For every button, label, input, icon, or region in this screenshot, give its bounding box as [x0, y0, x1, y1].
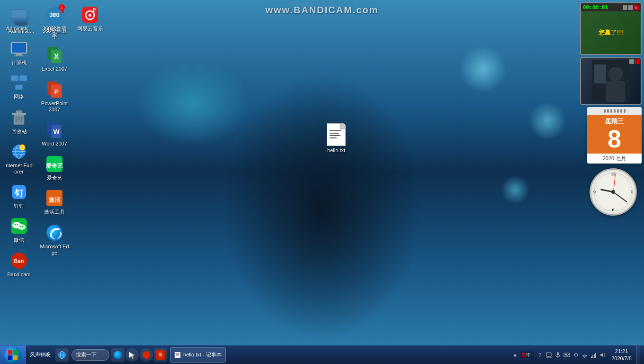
- taskbar-edge-icon[interactable]: [111, 348, 125, 362]
- icon-col-2: 360 1 360软件管家 X Excel 2007: [38, 2, 71, 282]
- show-desktop-button[interactable]: [636, 346, 640, 364]
- taskbar-pointer-icon[interactable]: [125, 348, 139, 362]
- svg-rect-83: [557, 352, 559, 355]
- svg-rect-69: [13, 355, 18, 360]
- icon-wechat-label: 微信: [14, 237, 24, 243]
- sogou-dot: ·: [531, 352, 533, 357]
- tray-mic-icon[interactable]: [554, 351, 562, 359]
- tray-show-hidden[interactable]: ▲: [512, 352, 519, 357]
- bandicam-minimize[interactable]: [623, 5, 627, 10]
- txt-file-icon: [327, 123, 346, 146]
- calendar-spiral: [587, 107, 642, 115]
- calendar-day-number: 8: [587, 127, 642, 154]
- svg-text:钉: 钉: [14, 188, 24, 198]
- svg-point-73: [114, 351, 122, 359]
- icon-administrator-label: Administr...: [6, 26, 32, 32]
- icon-360-manager[interactable]: 360 1 360软件管家: [38, 2, 71, 41]
- svg-rect-6: [11, 10, 27, 18]
- svg-point-38: [22, 226, 24, 228]
- icon-network[interactable]: 网络: [2, 71, 36, 103]
- icon-col-3: 网易云音乐: [73, 2, 107, 282]
- txt-file-label: hello.txt: [327, 147, 345, 154]
- svg-text:激活: 激活: [49, 197, 61, 203]
- camera-preview: [581, 58, 641, 104]
- icon-excel-2007[interactable]: X Excel 2007: [38, 43, 71, 75]
- icon-ppt-2007-label: PowerPoint 2007: [40, 100, 69, 113]
- tray-volume-icon[interactable]: [599, 351, 607, 359]
- tray-settings-icon[interactable]: ⚙: [572, 351, 580, 359]
- svg-text:360: 360: [49, 11, 60, 18]
- icon-recycle-bin[interactable]: 回收站: [2, 105, 36, 137]
- icon-computer-label: 计算机: [11, 60, 27, 66]
- svg-rect-87: [566, 354, 567, 355]
- svg-rect-88: [568, 354, 569, 355]
- desktop-file-hello-txt[interactable]: hello.txt: [327, 123, 346, 154]
- taskbar-time: 21:21: [615, 348, 628, 355]
- svg-rect-15: [15, 85, 23, 90]
- taskbar-quick-icons: S: [111, 348, 167, 362]
- bandicam-timer: 00:00:01: [583, 4, 608, 10]
- taskbar-input-display: 风声鹤唳: [28, 351, 53, 358]
- tray-keyboard-icon[interactable]: [563, 351, 571, 359]
- camera-btn-1[interactable]: [629, 59, 634, 64]
- desktop: www.BANDICAM.com Administr... 360 1: [0, 0, 644, 364]
- svg-point-34: [18, 224, 26, 230]
- tray-signal-icon[interactable]: [590, 351, 598, 359]
- taskbar-notepad-window[interactable]: hello.txt - 记事本: [170, 347, 226, 363]
- icon-netease-music-label: 网易云音乐: [77, 26, 103, 32]
- icon-bandicam-label: Bandicam: [8, 272, 31, 278]
- camera-close[interactable]: [635, 59, 640, 64]
- tray-notification-icon[interactable]: [545, 351, 553, 359]
- svg-rect-65: [606, 81, 625, 102]
- taskbar-quick-launch: 风声鹤唳: [26, 351, 54, 358]
- icon-activate[interactable]: 激活 激活工具: [38, 186, 71, 218]
- taskbar-record-icon[interactable]: [140, 348, 153, 362]
- sogou-ime[interactable]: S 中 ·: [520, 351, 534, 358]
- desktop-icon-columns: Administr... 计算机: [2, 2, 107, 282]
- start-button[interactable]: [0, 346, 26, 364]
- icon-computer[interactable]: 计算机: [2, 36, 36, 69]
- svg-text:爱奇艺: 爱奇艺: [46, 163, 63, 169]
- svg-rect-89: [565, 355, 568, 356]
- svg-rect-68: [8, 355, 12, 360]
- svg-text:X: X: [54, 53, 59, 61]
- svg-rect-20: [16, 110, 22, 113]
- icon-ie[interactable]: Internet Explorer: [2, 139, 36, 178]
- svg-rect-11: [16, 54, 22, 55]
- bandicam-preview-text: 您赢了!!!: [599, 28, 623, 37]
- tray-network-icon[interactable]: [581, 351, 589, 359]
- svg-rect-93: [594, 354, 595, 358]
- svg-rect-79: [546, 353, 551, 356]
- tray-help-icon[interactable]: ?: [536, 351, 544, 359]
- icon-word-2007[interactable]: W Word 2007: [38, 118, 71, 150]
- taskbar-ie-icon[interactable]: [55, 348, 69, 362]
- icon-bandicam[interactable]: Ban Bandicam: [2, 248, 36, 281]
- calendar-widget: 星期三 8 2020 七月: [587, 107, 642, 164]
- icon-col-1: Administr... 计算机: [2, 2, 36, 282]
- analog-clock: 12 3 6 9: [590, 168, 637, 216]
- icon-wechat[interactable]: 微信: [2, 214, 36, 246]
- icon-word-2007-label: Word 2007: [42, 141, 67, 147]
- icon-administrator[interactable]: Administr...: [2, 2, 36, 35]
- camera-widget: [580, 57, 642, 105]
- icon-aiqiyi[interactable]: 爱奇艺 爱奇艺: [38, 152, 71, 184]
- icon-netease-music[interactable]: 网易云音乐: [73, 2, 107, 35]
- icon-ppt-2007[interactable]: P PowerPoint 2007: [38, 77, 71, 116]
- svg-point-56: [46, 225, 63, 241]
- taskbar-red-icon[interactable]: S: [154, 348, 167, 362]
- bandicam-close[interactable]: ✕: [634, 5, 639, 10]
- svg-rect-10: [12, 43, 26, 53]
- taskbar-clock[interactable]: 21:21 2020/7/8: [608, 348, 635, 362]
- svg-rect-75: [175, 352, 180, 358]
- bandicam-maximize[interactable]: [628, 5, 633, 10]
- svg-rect-8: [13, 22, 25, 23]
- icon-nail[interactable]: 钉 钉钉: [2, 180, 36, 212]
- svg-point-90: [584, 357, 585, 358]
- bandicam-recorder-widget[interactable]: 00:00:01 ✕ 您赢了!!!: [580, 2, 642, 55]
- icon-edge[interactable]: Microsoft Edge: [38, 220, 71, 259]
- taskbar-search[interactable]: 搜索一下: [72, 349, 109, 361]
- svg-point-37: [20, 226, 21, 228]
- svg-text:Ban: Ban: [14, 258, 24, 264]
- svg-point-36: [17, 224, 18, 226]
- svg-point-64: [608, 67, 623, 81]
